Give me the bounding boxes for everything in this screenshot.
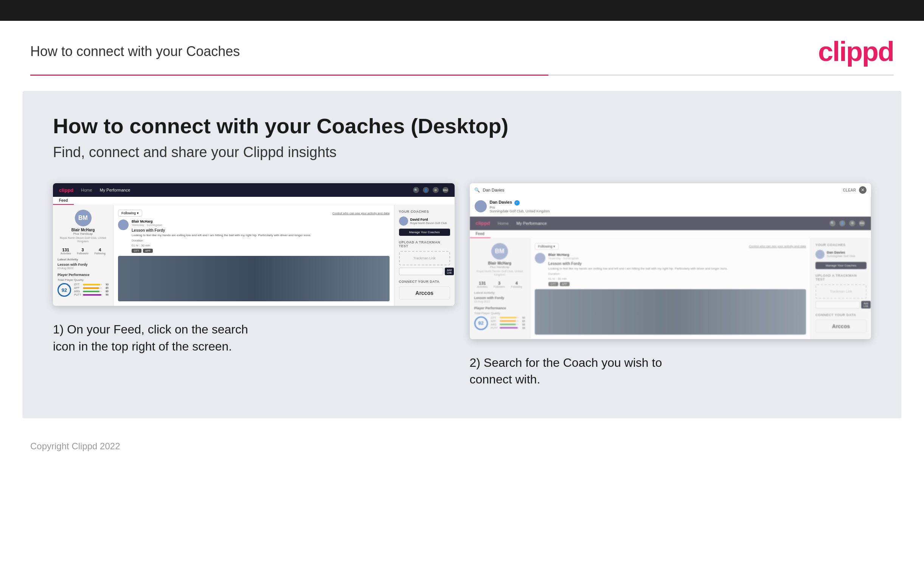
bar-row-putt: PUTT 96 — [74, 293, 108, 296]
search-icon-1[interactable]: 🔍 — [413, 187, 419, 193]
result-avatar-2 — [475, 200, 487, 212]
stat-activities-1: 131 Activities — [60, 248, 71, 255]
coaches-title-2: Your Coaches — [816, 243, 866, 247]
step-2-number: 2) — [470, 356, 481, 369]
post-app-btn-1[interactable]: APP — [143, 249, 153, 253]
bar-val-arg-2: 86 — [520, 323, 525, 326]
bar-fill-arg-2 — [500, 324, 516, 325]
stat-followers-num-1: 3 — [77, 248, 89, 252]
post-author-2: Blair McHarg — [549, 253, 806, 257]
arccos-logo-1[interactable]: Arccos — [399, 287, 450, 299]
post-avatar-2 — [535, 253, 545, 263]
coach-item-2: Dan Davies Sunningdale Golf Club — [816, 250, 866, 259]
coach-avatar-2 — [816, 250, 825, 259]
step-1-number: 1) — [53, 323, 63, 336]
stat-fol-2: 3 Followers — [494, 281, 505, 288]
player-perf-row-1: 92 OTT 90 — [58, 283, 108, 297]
coach-info-1: David Ford Royal North Devon Golf Club — [410, 218, 447, 225]
feed-tab-2: Feed — [470, 230, 490, 238]
screenshot-col-1: clippd Home My Performance 🔍 👤 ⚙ BM Feed — [53, 183, 455, 388]
header-divider — [30, 75, 894, 76]
bar-fill-arg — [83, 291, 99, 292]
coach-item-1: David Ford Royal North Devon Golf Club — [399, 216, 450, 226]
bar-row-ott: OTT 90 — [74, 283, 108, 286]
profile-club-1: Royal North Devon Golf Club, United King… — [58, 236, 108, 243]
manage-coaches-btn-1[interactable]: Manage Your Coaches — [399, 229, 450, 236]
score-bars-2: OTT 90 APP — [491, 317, 525, 330]
feed-tab-1[interactable]: Feed — [53, 197, 74, 205]
blurred-bg-2: clippd Home My Performance 🔍 👤 ⚙ BM — [470, 216, 871, 339]
coaches-title-1: Your Coaches — [399, 210, 450, 213]
post-card-2: Blair McHarg Yesterday · Sunningdale Les… — [535, 253, 806, 286]
nav-logo-1: clippd — [59, 187, 73, 193]
post-card-1: Blair McHarg Yesterday · Sunningdale Les… — [118, 219, 390, 253]
add-link-input-2 — [816, 301, 860, 308]
add-link-btn-1[interactable]: Add Link — [445, 268, 454, 275]
post-text-2: Looking to feel like my hands are exitin… — [549, 266, 806, 271]
post-duration-lbl-2: Duration — [549, 272, 806, 276]
settings-icon-1[interactable]: ⚙ — [433, 187, 439, 193]
search-bar-2: 🔍 Dan Davies CLEAR ✕ — [470, 183, 871, 197]
screenshot-col-2: 🔍 Dan Davies CLEAR ✕ — [470, 183, 871, 388]
coach-avatar-1 — [399, 216, 408, 226]
manage-coaches-btn-2: Manage Your Coaches — [816, 262, 866, 269]
bar-fill-app — [83, 287, 99, 289]
bar-row-arg: ARG 86 — [74, 290, 108, 292]
bar-label-app-2: APP — [491, 320, 498, 323]
nav-icons-2: 🔍 👤 ⚙ BM — [829, 220, 865, 226]
top-bar — [0, 0, 924, 21]
post-actions-2: OTT APP — [549, 282, 806, 286]
user-avatar-2: BM — [859, 220, 865, 226]
bar-label-ott-2: OTT — [491, 317, 498, 319]
add-link-input-1[interactable] — [399, 268, 443, 275]
profile-name-2: Blair McHarg — [474, 261, 525, 265]
close-search-btn-2[interactable]: ✕ — [859, 186, 866, 194]
following-btn-1[interactable]: Following ▾ — [118, 210, 142, 216]
trackman-box-1: Trackman Link — [399, 251, 450, 265]
main-content: How to connect with your Coaches (Deskto… — [23, 91, 901, 418]
bar-track-arg-2 — [500, 324, 519, 325]
avatar-placeholder-2: BM — [491, 243, 508, 260]
stat-fng-2: 4 Following — [511, 281, 522, 288]
connect-title-1: Connect your data — [399, 280, 450, 284]
coach-name-2: Dan Davies — [827, 250, 855, 254]
clear-btn-2[interactable]: CLEAR — [843, 188, 856, 192]
footer-copyright: Copyright Clippd 2022 — [30, 441, 120, 451]
search-input-text-2[interactable]: Dan Davies — [483, 188, 505, 192]
stat-act-2: 131 Activities — [477, 281, 487, 288]
nav-home-1[interactable]: Home — [81, 188, 92, 192]
bar-val-ott: 90 — [103, 283, 108, 286]
score-circle-1: 92 — [58, 283, 71, 297]
user-avatar-1[interactable]: BM — [443, 187, 448, 193]
nav-performance-1[interactable]: My Performance — [100, 188, 131, 192]
search-icon-nav-2: 🔍 — [829, 220, 835, 226]
player-quality-label-1: Total Player Quality — [58, 278, 108, 282]
search-result-item-2[interactable]: Dan Davies ✓ Pro Sunningdale Golf Club, … — [475, 200, 866, 213]
post-duration-val-1: 01 hr : 30 min — [132, 244, 390, 247]
bar-label-ott: OTT — [74, 283, 82, 286]
coach-info-2: Dan Davies Sunningdale Golf Club — [827, 250, 855, 258]
following-btn-2: Following ▾ — [535, 243, 559, 250]
left-panel-2: BM Blair McHarg Plus Handicap Royal Nort… — [470, 239, 530, 339]
result-info-2: Dan Davies ✓ Pro Sunningdale Golf Club, … — [490, 200, 550, 213]
post-meta-2: Yesterday · Sunningdale — [549, 257, 806, 260]
bar-label-putt: PUTT — [74, 293, 82, 296]
app-body-2: BM Blair McHarg Plus Handicap Royal Nort… — [470, 239, 871, 339]
arccos-logo-2: Arccos — [816, 320, 866, 333]
bar-track-arg — [83, 291, 102, 292]
verified-badge-2: ✓ — [515, 200, 520, 206]
right-panel-2: Your Coaches Dan Davies Sunningdale Golf… — [811, 239, 871, 339]
profile-hcp-2: Plus Handicap — [474, 265, 525, 269]
bar-label-arg-2: ARG — [491, 323, 498, 326]
screenshot-frame-1: clippd Home My Performance 🔍 👤 ⚙ BM Feed — [53, 183, 455, 306]
profile-card-2: BM Blair McHarg Plus Handicap Royal Nort… — [474, 243, 525, 276]
post-app-btn-2: APP — [560, 282, 570, 286]
post-off-btn-1[interactable]: OTT — [132, 249, 141, 253]
add-link-row-1: Add Link — [399, 268, 450, 275]
upload-title-1: Upload a Trackman Test — [399, 240, 450, 248]
post-avatar-1 — [118, 219, 129, 230]
activity-name-2: Lesson with Fordy — [474, 296, 525, 300]
profile-icon-1[interactable]: 👤 — [423, 187, 429, 193]
control-link-1[interactable]: Control who can see your activity and da… — [332, 212, 390, 215]
player-perf-row-2: 92 OTT 90 — [474, 317, 525, 330]
